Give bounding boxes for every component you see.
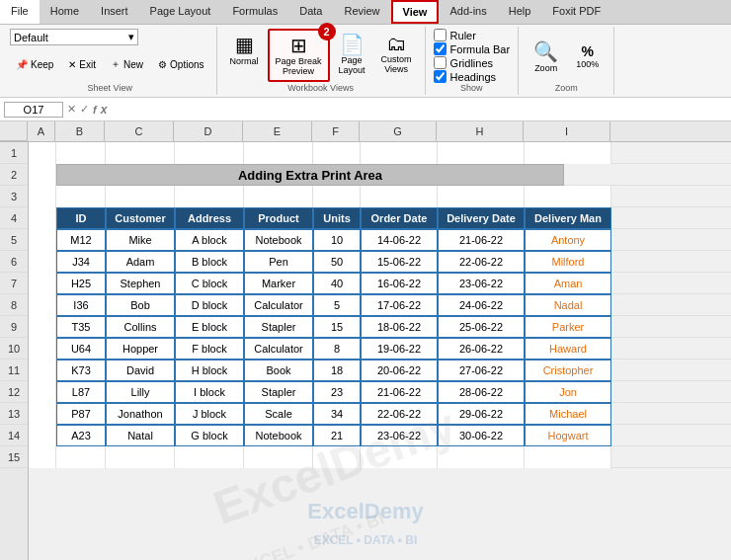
cell-row10-col9[interactable]: Haward — [525, 338, 611, 360]
cell-row14-col8[interactable]: 30-06-22 — [438, 425, 525, 446]
sheet-view-dropdown[interactable]: Default ▾ — [10, 29, 138, 45]
cell-row9-col3[interactable]: Collins — [106, 316, 175, 338]
cell-row7-col2[interactable]: H25 — [56, 273, 106, 294]
tab-home[interactable]: Home — [40, 0, 90, 24]
cell-row6-col9[interactable]: Milford — [525, 251, 611, 273]
row-header-4[interactable]: 4 — [0, 207, 28, 229]
header-units[interactable]: Units — [313, 207, 361, 229]
cell-i3[interactable] — [525, 186, 611, 207]
cell-row10-col8[interactable]: 26-06-22 — [438, 338, 525, 360]
cell-g3[interactable] — [361, 186, 438, 207]
col-header-c[interactable]: C — [105, 121, 174, 141]
cell-row12-col4[interactable]: I block — [175, 381, 244, 403]
cell-f1[interactable] — [313, 142, 361, 164]
cell-row9-col4[interactable]: E block — [175, 316, 244, 338]
col-header-i[interactable]: I — [524, 121, 610, 141]
cell-row14-col3[interactable]: Natal — [106, 425, 175, 446]
cell-g1[interactable] — [361, 142, 438, 164]
cell-row11-col7[interactable]: 20-06-22 — [361, 360, 438, 381]
cell-d1[interactable] — [175, 142, 244, 164]
cell-row9-col5[interactable]: Stapler — [244, 316, 313, 338]
cell-row6-col5[interactable]: Pen — [244, 251, 313, 273]
cell-row8-col9[interactable]: Nadal — [525, 294, 611, 316]
cell-row12-col9[interactable]: Jon — [525, 381, 611, 403]
cell-row7-col8[interactable]: 23-06-22 — [438, 273, 525, 294]
row-header-8[interactable]: 8 — [0, 294, 28, 316]
cell-h3[interactable] — [438, 186, 525, 207]
row-header-9[interactable]: 9 — [0, 316, 28, 338]
cell-row12-col6[interactable]: 23 — [313, 381, 361, 403]
col-header-e[interactable]: E — [243, 121, 312, 141]
confirm-formula-icon[interactable]: ✓ — [80, 103, 89, 116]
cell-a9[interactable] — [29, 316, 56, 338]
cell-row14-col9[interactable]: Hogwart — [525, 425, 611, 446]
cell-row13-col3[interactable]: Jonathon — [106, 403, 175, 425]
cell-row11-col9[interactable]: Cristopher — [525, 360, 611, 381]
cell-row6-col6[interactable]: 50 — [313, 251, 361, 273]
page-layout-button[interactable]: 📄 PageLayout — [332, 29, 372, 80]
tab-page-layout[interactable]: Page Layout — [139, 0, 222, 24]
new-button[interactable]: ＋ New — [105, 54, 149, 74]
corner-cell[interactable] — [0, 121, 28, 141]
cell-row8-col3[interactable]: Bob — [106, 294, 175, 316]
cell-b3[interactable] — [56, 186, 106, 207]
cell-a15[interactable] — [29, 446, 56, 468]
cell-row10-col4[interactable]: F block — [175, 338, 244, 360]
cell-row13-col4[interactable]: J block — [175, 403, 244, 425]
cell-row11-col2[interactable]: K73 — [56, 360, 106, 381]
cell-row13-col2[interactable]: P87 — [56, 403, 106, 425]
tab-insert[interactable]: Insert — [90, 0, 139, 24]
exit-button[interactable]: ✕ Exit — [62, 54, 102, 74]
cell-row12-col7[interactable]: 21-06-22 — [361, 381, 438, 403]
cell-f3[interactable] — [313, 186, 361, 207]
ruler-checkbox[interactable] — [434, 29, 447, 41]
cell-c3[interactable] — [106, 186, 175, 207]
cell-a14[interactable] — [29, 425, 56, 446]
cell-row12-col2[interactable]: L87 — [56, 381, 106, 403]
cell-a10[interactable] — [29, 338, 56, 360]
cell-row9-col8[interactable]: 25-06-22 — [438, 316, 525, 338]
col-header-f[interactable]: F — [312, 121, 360, 141]
tab-data[interactable]: Data — [288, 0, 333, 24]
row-header-1[interactable]: 1 — [0, 142, 28, 164]
cell-row9-col7[interactable]: 18-06-22 — [361, 316, 438, 338]
cell-e15[interactable] — [244, 446, 313, 468]
cell-a3[interactable] — [29, 186, 56, 207]
cell-row10-col6[interactable]: 8 — [313, 338, 361, 360]
col-header-g[interactable]: G — [360, 121, 437, 141]
cell-h1[interactable] — [438, 142, 525, 164]
cell-row10-col3[interactable]: Hopper — [106, 338, 175, 360]
cell-b1[interactable] — [56, 142, 106, 164]
cell-row5-col7[interactable]: 14-06-22 — [361, 229, 438, 251]
cell-a12[interactable] — [29, 381, 56, 403]
custom-views-button[interactable]: 🗂 CustomViews — [374, 29, 419, 79]
cancel-formula-icon[interactable]: ✕ — [67, 103, 76, 116]
tab-foxit[interactable]: Foxit PDF — [541, 0, 611, 24]
tab-formulas[interactable]: Formulas — [221, 0, 288, 24]
cell-row5-col9[interactable]: Antony — [525, 229, 611, 251]
cell-i15[interactable] — [525, 446, 611, 468]
cell-f15[interactable] — [313, 446, 361, 468]
name-box[interactable]: O17 — [4, 102, 63, 118]
formula-input[interactable] — [111, 103, 727, 117]
cell-row6-col4[interactable]: B block — [175, 251, 244, 273]
cell-row11-col6[interactable]: 18 — [313, 360, 361, 381]
cell-row13-col7[interactable]: 22-06-22 — [361, 403, 438, 425]
row-header-2[interactable]: 2 — [0, 164, 28, 186]
cell-row6-col7[interactable]: 15-06-22 — [361, 251, 438, 273]
cell-row13-col9[interactable]: Michael — [525, 403, 611, 425]
cell-row10-col5[interactable]: Calculator — [244, 338, 313, 360]
header-customer[interactable]: Customer — [106, 207, 175, 229]
cell-row14-col7[interactable]: 23-06-22 — [361, 425, 438, 446]
header-delivery-date[interactable]: Delivery Date — [438, 207, 525, 229]
cell-row7-col3[interactable]: Stephen — [106, 273, 175, 294]
cell-row12-col3[interactable]: Lilly — [106, 381, 175, 403]
cell-c1[interactable] — [106, 142, 175, 164]
tab-view[interactable]: View — [391, 0, 440, 24]
col-header-a[interactable]: A — [28, 121, 55, 141]
col-header-d[interactable]: D — [174, 121, 243, 141]
cell-a5[interactable] — [29, 229, 56, 251]
cell-row14-col6[interactable]: 21 — [313, 425, 361, 446]
cell-row13-col6[interactable]: 34 — [313, 403, 361, 425]
zoom-button[interactable]: 🔍 Zoom — [527, 36, 565, 77]
